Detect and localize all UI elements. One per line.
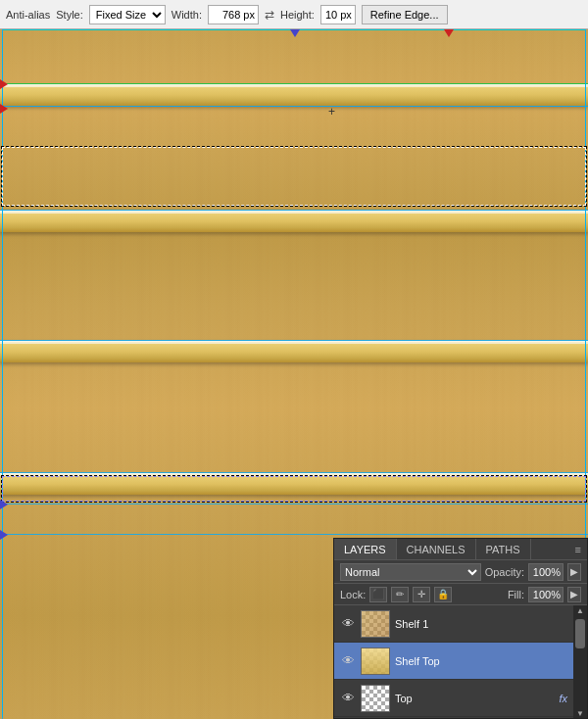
guide-blue-4 [0, 472, 588, 473]
cursor: + [328, 105, 335, 119]
layer-name-shelftop: Shelf Top [395, 655, 567, 667]
scrollbar-down[interactable]: ▼ [575, 708, 585, 718]
guide-blue-2 [0, 210, 588, 211]
lock-position-button[interactable]: ✛ [413, 587, 430, 602]
guide-blue-6 [0, 534, 588, 535]
panels-area: LAYERS CHANNELS PATHS ≡ Normal Opacity: … [333, 538, 588, 719]
opacity-label: Opacity: [485, 566, 524, 578]
layers-list-container: 👁 Shelf 1 👁 Shelf Top [334, 605, 587, 718]
guide-marker-red-2 [0, 104, 8, 114]
layers-list: 👁 Shelf 1 👁 Shelf Top [334, 605, 573, 718]
scrollbar-up[interactable]: ▲ [575, 605, 585, 615]
tab-paths[interactable]: PATHS [476, 539, 531, 559]
fill-input[interactable] [528, 587, 564, 602]
height-label: Height: [280, 9, 315, 21]
antialias-label: Anti-alias [6, 9, 50, 21]
opacity-input[interactable] [528, 563, 564, 581]
layer-name-shelf1: Shelf 1 [395, 618, 567, 630]
layer-name-top: Top [395, 693, 554, 704]
tab-channels[interactable]: CHANNELS [397, 539, 476, 559]
layer-thumb-top [361, 685, 390, 712]
fill-arrow[interactable]: ▶ [567, 587, 581, 602]
guide-blue-3 [0, 340, 588, 341]
guide-marker-red-3 [0, 79, 8, 89]
refine-edge-button[interactable]: Refine Edge... [362, 5, 448, 24]
blend-mode-row: Normal Opacity: ▶ [334, 560, 587, 584]
layer-fx-top: fx [559, 693, 567, 704]
shelf-edge-2 [0, 211, 588, 232]
width-label: Width: [172, 9, 202, 21]
lock-label: Lock: [340, 589, 366, 600]
style-select[interactable]: Fixed Size [89, 5, 166, 24]
shelf-edge-1 [0, 84, 588, 106]
canvas-area: + LAYERS CHANNELS PATHS ≡ Normal Opacity… [0, 29, 588, 719]
guide-marker-red-1 [444, 29, 454, 37]
layer-thumb-shelf1 [361, 610, 390, 638]
fill-label: Fill: [508, 589, 524, 600]
layer-thumb-shelftop [361, 647, 390, 675]
shelf-edge-3 [0, 341, 588, 362]
layer-row-top[interactable]: 👁 Top fx [334, 680, 573, 717]
layer-visibility-shelf1[interactable]: 👁 [340, 616, 356, 632]
guide-marker-blue-2 [0, 530, 8, 540]
layer-visibility-top[interactable]: 👁 [340, 691, 356, 706]
layer-row-shelftop[interactable]: 👁 Shelf Top [334, 643, 573, 680]
guide-blue-1 [0, 106, 588, 107]
layer-row-shelf1[interactable]: 👁 Shelf 1 [334, 605, 573, 643]
guide-green-1 [0, 83, 588, 84]
guide-marker-blue-1 [0, 500, 8, 509]
selection-marquee-2 [2, 476, 586, 502]
selection-marquee [2, 147, 586, 206]
panel-tabs: LAYERS CHANNELS PATHS ≡ [334, 539, 587, 560]
lock-row: Lock: ⬛ ✏ ✛ 🔒 Fill: ▶ [334, 584, 587, 605]
scrollbar-thumb[interactable] [575, 619, 585, 648]
guide-v-left [2, 29, 3, 719]
toolbar: Anti-alias Style: Fixed Size Width: ⇄ He… [0, 0, 588, 29]
lock-all-button[interactable]: 🔒 [434, 587, 452, 602]
guide-marker-blue-3 [290, 29, 300, 37]
lock-transparent-button[interactable]: ⬛ [369, 587, 387, 602]
layer-visibility-shelftop[interactable]: 👁 [340, 653, 356, 669]
width-input[interactable] [208, 5, 259, 24]
tab-layers[interactable]: LAYERS [334, 539, 397, 559]
layers-scrollbar[interactable]: ▲ ▼ [573, 605, 587, 718]
lock-image-button[interactable]: ✏ [391, 587, 409, 602]
height-input[interactable] [320, 5, 356, 24]
link-icon: ⇄ [265, 8, 274, 22]
blend-mode-select[interactable]: Normal [340, 563, 481, 581]
guide-blue-5 [0, 503, 588, 504]
style-label: Style: [56, 9, 83, 21]
opacity-arrow[interactable]: ▶ [567, 563, 581, 581]
panel-menu-button[interactable]: ≡ [569, 539, 587, 559]
